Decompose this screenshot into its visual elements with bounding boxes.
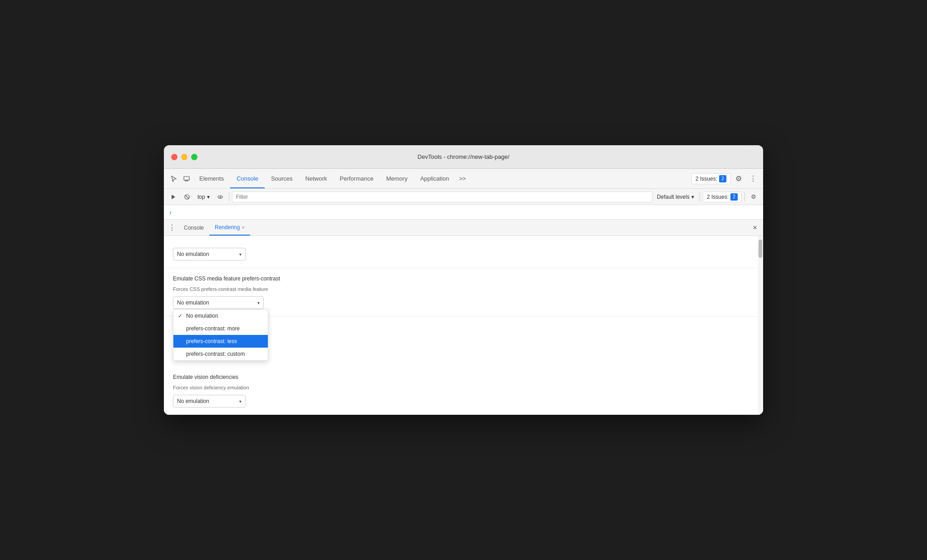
tab-sources[interactable]: Sources [265,169,299,188]
rendering-tab-close-icon[interactable]: × [242,225,244,230]
tab-bar-right: 2 Issues: 2 ⚙ ⋮ [691,172,759,185]
section-above: No emulation ▾ [164,236,758,268]
vision-deficiency-section: Emulate vision deficiencies Forces visio… [164,367,758,415]
issues-badge-console[interactable]: 2 Issues: 2 [703,192,742,202]
window-title: DevTools - chrome://new-tab-page/ [418,153,509,160]
bottom-panel: ⋮ Console Rendering × × No emulation ▾ [164,220,763,415]
svg-point-6 [219,196,221,197]
block-icon[interactable] [181,191,193,203]
chevron-down-icon: ▾ [207,194,210,200]
vision-deficiency-dropdown-value: No emulation [177,398,209,404]
vision-deficiency-dropdown-arrow-icon: ▾ [239,399,242,404]
context-label: top [197,194,205,200]
svg-rect-0 [184,177,189,180]
scrollbar-thumb[interactable] [759,240,762,258]
device-toggle-icon[interactable] [180,172,193,185]
more-tabs-button[interactable]: >> [455,175,469,182]
tab-memory[interactable]: Memory [380,169,414,188]
above-dropdown-arrow-icon: ▾ [239,252,242,257]
dropdown-option-more[interactable]: prefers-contrast: more [173,322,268,335]
scrollbar[interactable] [758,236,763,415]
rendering-sections: No emulation ▾ Emulate CSS media feature… [164,236,763,415]
cursor-icon[interactable] [168,172,180,185]
tab-network[interactable]: Network [299,169,334,188]
issues-icon: 2 [719,175,726,182]
vision-deficiency-description: Forces vision deficiency emulation [173,385,749,390]
panel-tab-console[interactable]: Console [178,220,209,236]
vision-deficiency-dropdown[interactable]: No emulation ▾ [173,395,246,408]
rendering-panel-content: No emulation ▾ Emulate CSS media feature… [164,236,763,415]
tab-bar: Elements Console Sources Network Perform… [164,169,763,189]
issues-icon-console: 2 [730,193,738,201]
dropdown-option-less[interactable]: prefers-contrast: less [173,335,268,348]
tab-list: Elements Console Sources Network Perform… [193,169,691,188]
devtools-window: DevTools - chrome://new-tab-page/ Elemen… [164,145,763,415]
console-settings-icon[interactable]: ⚙ [748,191,759,203]
console-prompt-area: › [164,205,763,220]
svg-line-4 [185,195,189,199]
panel-menu-icon[interactable]: ⋮ [168,223,177,232]
tab-elements[interactable]: Elements [193,169,230,188]
prefers-contrast-dropdown-menu: No emulation prefers-contrast: more pref… [173,309,268,361]
minimize-button[interactable] [181,154,187,160]
title-bar: DevTools - chrome://new-tab-page/ [164,145,763,169]
eye-icon[interactable] [214,191,226,203]
scroll-area: No emulation ▾ Emulate CSS media feature… [164,236,763,415]
console-toolbar: top ▾ Default levels ▾ 2 Issues: 2 ⚙ [164,189,763,205]
above-dropdown-value: No emulation [177,251,209,257]
close-panel-icon[interactable]: × [750,223,759,232]
bottom-panel-header: ⋮ Console Rendering × × [164,220,763,236]
filter-input[interactable] [232,192,652,202]
default-levels-label: Default levels [657,194,690,200]
issues-label: 2 Issues: [695,176,717,182]
chevron-down-icon-levels: ▾ [691,194,694,200]
context-selector[interactable]: top ▾ [195,193,212,201]
issues-label-console: 2 Issues: [707,194,729,200]
divider3 [745,192,745,201]
close-button[interactable] [171,154,178,160]
vision-deficiency-label: Emulate vision deficiencies [173,374,749,380]
prefers-contrast-dropdown[interactable]: No emulation ▾ [173,296,264,309]
maximize-button[interactable] [191,154,197,160]
issues-badge[interactable]: 2 Issues: 2 [691,173,730,184]
prompt-chevron-icon: › [169,209,172,216]
play-icon[interactable] [168,191,179,203]
prefers-contrast-section: Emulate CSS media feature prefers-contra… [164,268,758,317]
divider [229,192,229,201]
prefers-contrast-dropdown-container: No emulation ▾ No emulation prefers-cont… [173,292,264,309]
panel-tab-rendering[interactable]: Rendering × [209,220,250,236]
prefers-contrast-description: Forces CSS prefers-contrast media featur… [173,286,749,292]
dropdown-option-no-emulation[interactable]: No emulation [173,309,268,322]
tab-application[interactable]: Application [414,169,456,188]
svg-rect-1 [185,180,188,181]
traffic-lights [171,154,197,160]
tab-console[interactable]: Console [230,169,265,188]
dropdown-option-custom[interactable]: prefers-contrast: custom [173,348,268,360]
tab-performance[interactable]: Performance [333,169,380,188]
settings-icon[interactable]: ⚙ [732,172,745,185]
more-options-icon[interactable]: ⋮ [747,172,759,185]
svg-marker-2 [172,195,175,199]
default-levels-selector[interactable]: Default levels ▾ [654,193,697,201]
prefers-contrast-label: Emulate CSS media feature prefers-contra… [173,275,749,282]
above-dropdown[interactable]: No emulation ▾ [173,248,246,260]
divider2 [700,192,700,201]
prefers-contrast-dropdown-arrow-icon: ▾ [257,300,260,305]
prefers-contrast-dropdown-value: No emulation [177,300,209,306]
